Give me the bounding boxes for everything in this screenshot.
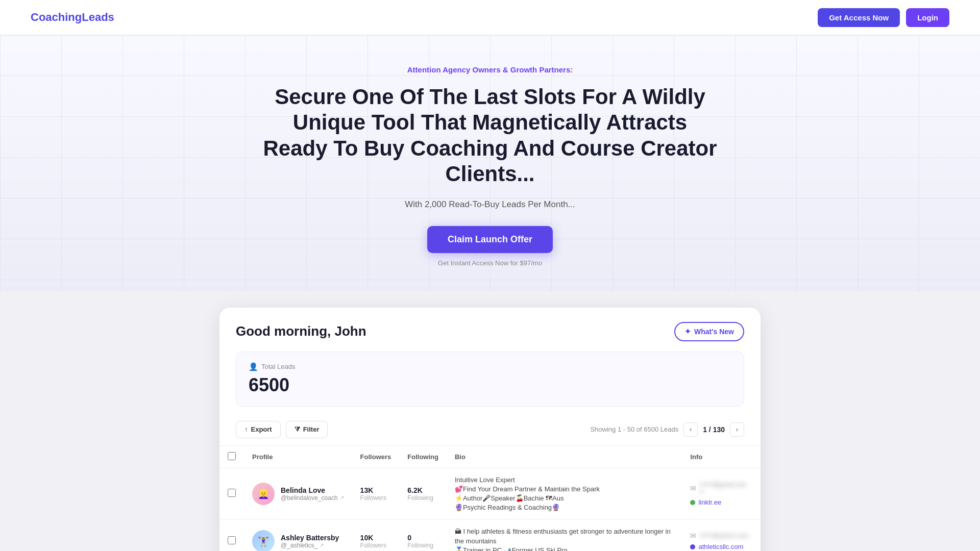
hero-cta-small: Get Instant Access Now for $97/mo bbox=[260, 259, 720, 267]
toolbar-right: Showing 1 - 50 of 6500 Leads ‹ 1 / 130 › bbox=[590, 422, 744, 437]
info-container: ✉ ••••••@gmail.com •• linktr.ee bbox=[690, 481, 752, 506]
bio-text: Intuitive Love Expert💕Find Your Dream Pa… bbox=[455, 475, 674, 513]
select-all-checkbox[interactable] bbox=[228, 452, 236, 460]
followers-count: 10K bbox=[360, 534, 391, 542]
following-count: 0 bbox=[407, 534, 438, 542]
filter-button[interactable]: ⧩ Filter bbox=[286, 421, 328, 438]
followers-cell: 13K Followers bbox=[352, 468, 400, 520]
export-button[interactable]: ↑ Export bbox=[236, 421, 281, 438]
row-checkbox[interactable] bbox=[228, 536, 236, 544]
col-followers: Followers bbox=[352, 445, 400, 468]
dashboard-card: Good morning, John ✦ What's New 👤 Total … bbox=[219, 308, 761, 551]
nav-logo[interactable]: CoachingLeads bbox=[31, 11, 114, 24]
next-page-button[interactable]: › bbox=[730, 422, 744, 437]
hero-section: Attention Agency Owners & Growth Partner… bbox=[0, 35, 980, 291]
info-cell: ✉ ••••••@gmail.com •• linktr.ee bbox=[682, 468, 761, 520]
hero-eyebrow: Attention Agency Owners & Growth Partner… bbox=[260, 65, 720, 74]
bio-cell: Intuitive Love Expert💕Find Your Dream Pa… bbox=[447, 468, 682, 520]
profile-cell: 🏋️‍♀️ Ashley Battersby @_ashletics_ ↗ bbox=[244, 520, 352, 551]
navbar: CoachingLeads Get Access Now Login bbox=[0, 0, 980, 35]
email-blurred: ••••••@yahoo.com bbox=[699, 532, 748, 539]
table-row: 🏋️‍♀️ Ashley Battersby @_ashletics_ ↗ 10… bbox=[219, 520, 761, 551]
pagination-info: Showing 1 - 50 of 6500 Leads bbox=[590, 425, 678, 433]
following-count: 6.2K bbox=[407, 486, 438, 494]
export-icon: ↑ bbox=[244, 425, 248, 433]
total-leads-count: 6500 bbox=[249, 374, 731, 396]
followers-cell: 10K Followers bbox=[352, 520, 400, 551]
external-link-icon: ↗ bbox=[340, 495, 344, 500]
dashboard-header: Good morning, John ✦ What's New bbox=[219, 308, 761, 352]
email-icon: ✉ bbox=[690, 532, 696, 540]
whats-new-label: What's New bbox=[694, 328, 734, 336]
followers-count: 13K bbox=[360, 486, 391, 494]
info-link[interactable]: athleticsllc.com bbox=[690, 543, 752, 550]
followers-label: Followers bbox=[360, 494, 391, 502]
pagination-controls: ‹ 1 / 130 › bbox=[683, 422, 744, 437]
col-profile: Profile bbox=[244, 445, 352, 468]
bio-text: 🏔 I help athletes & fitness enthusiasts … bbox=[455, 527, 674, 551]
link-indicator bbox=[690, 500, 695, 505]
login-button[interactable]: Login bbox=[906, 8, 949, 27]
dashboard-wrapper: Good morning, John ✦ What's New 👤 Total … bbox=[209, 308, 771, 551]
external-link-icon: ↗ bbox=[320, 542, 324, 548]
user-icon: 👤 bbox=[249, 362, 258, 371]
following-cell: 0 Following bbox=[399, 520, 447, 551]
whats-new-button[interactable]: ✦ What's New bbox=[674, 322, 744, 341]
followers-label: Followers bbox=[360, 542, 391, 549]
col-following: Following bbox=[399, 445, 447, 468]
avatar: 👱‍♀️ bbox=[252, 483, 275, 505]
dashboard-greeting: Good morning, John bbox=[236, 323, 366, 339]
email-row: ✉ ••••••@yahoo.com bbox=[690, 532, 752, 540]
email-row: ✉ ••••••@gmail.com •• bbox=[690, 481, 752, 495]
profile-handle: @belindalove_coach ↗ bbox=[281, 494, 344, 502]
page-info: 1 / 130 bbox=[701, 425, 727, 434]
stats-label: 👤 Total Leads bbox=[249, 362, 731, 371]
row-checkbox-cell bbox=[219, 468, 244, 520]
profile-info: Ashley Battersby @_ashletics_ ↗ bbox=[281, 534, 339, 549]
table-row: 👱‍♀️ Belinda Love @belindalove_coach ↗ 1… bbox=[219, 468, 761, 520]
sparkle-icon: ✦ bbox=[684, 327, 691, 336]
info-cell: ✉ ••••••@yahoo.com athleticsllc.com bbox=[682, 520, 761, 551]
claim-offer-button[interactable]: Claim Launch Offer bbox=[427, 226, 553, 253]
filter-icon: ⧩ bbox=[295, 425, 300, 434]
col-bio: Bio bbox=[447, 445, 682, 468]
following-label: Following bbox=[407, 542, 438, 549]
profile-info: Belinda Love @belindalove_coach ↗ bbox=[281, 486, 344, 502]
info-container: ✉ ••••••@yahoo.com athleticsllc.com bbox=[690, 532, 752, 550]
toolbar-left: ↑ Export ⧩ Filter bbox=[236, 421, 328, 438]
prev-page-button[interactable]: ‹ bbox=[683, 422, 698, 437]
leads-table: Profile Followers Following Bio Info 👱‍♀… bbox=[219, 445, 761, 551]
row-checkbox[interactable] bbox=[228, 489, 236, 497]
stats-section: 👤 Total Leads 6500 bbox=[236, 352, 744, 407]
nav-buttons: Get Access Now Login bbox=[818, 8, 949, 27]
hero-subtitle: With 2,000 Read-To-Buy Leads Per Month..… bbox=[260, 199, 720, 210]
email-blurred: ••••••@gmail.com •• bbox=[699, 481, 752, 495]
email-icon: ✉ bbox=[690, 484, 696, 492]
profile-name: Ashley Battersby bbox=[281, 534, 339, 542]
table-header-row: Profile Followers Following Bio Info bbox=[219, 445, 761, 468]
info-link[interactable]: linktr.ee bbox=[690, 498, 752, 506]
col-info: Info bbox=[682, 445, 761, 468]
link-indicator bbox=[690, 544, 695, 549]
toolbar: ↑ Export ⧩ Filter Showing 1 - 50 of 6500… bbox=[219, 417, 761, 445]
bio-cell: 🏔 I help athletes & fitness enthusiasts … bbox=[447, 520, 682, 551]
get-access-button[interactable]: Get Access Now bbox=[818, 8, 900, 27]
avatar: 🏋️‍♀️ bbox=[252, 530, 275, 551]
following-label: Following bbox=[407, 494, 438, 502]
hero-title: Secure One Of The Last Slots For A Wildl… bbox=[260, 84, 720, 187]
select-all-col bbox=[219, 445, 244, 468]
row-checkbox-cell bbox=[219, 520, 244, 551]
profile-handle: @_ashletics_ ↗ bbox=[281, 542, 339, 549]
following-cell: 6.2K Following bbox=[399, 468, 447, 520]
profile-name: Belinda Love bbox=[281, 486, 344, 494]
profile-cell: 👱‍♀️ Belinda Love @belindalove_coach ↗ bbox=[244, 468, 352, 520]
